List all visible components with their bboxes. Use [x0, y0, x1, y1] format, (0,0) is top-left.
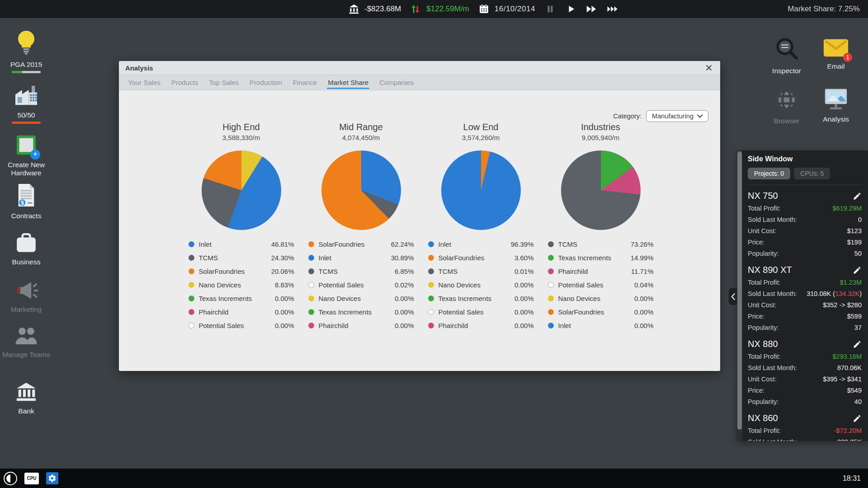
filter-button-cpus[interactable]: CPUs: 5: [794, 168, 830, 179]
fast-forward-button[interactable]: [586, 3, 598, 15]
category-dropdown[interactable]: Manufacturing: [646, 110, 708, 122]
stat-label: Total Profit:: [748, 203, 781, 214]
settings-gear-icon[interactable]: [46, 472, 58, 484]
legend-color-dot: [548, 323, 554, 328]
chart-title: Mid Range: [339, 122, 383, 132]
scrollbar-thumb[interactable]: [737, 151, 742, 430]
bank-building-icon: [15, 382, 38, 405]
legend-share-percent: 0.00%: [395, 322, 414, 329]
sidebar-item-business[interactable]: Business: [0, 233, 52, 266]
stat-label: Popularity:: [748, 248, 779, 259]
legend-company-name: Nano Devices: [319, 295, 395, 302]
legend-share-percent: 11.71%: [631, 267, 654, 275]
stat-value: 40: [854, 396, 862, 408]
desktop-icon-label: Browser: [774, 117, 800, 125]
stat-value: $199: [847, 237, 862, 248]
sidebar-item-label: Manage Teams: [2, 351, 50, 359]
side-window-scrollbar[interactable]: [737, 150, 742, 441]
legend-row: Texas Increments0.00%: [189, 291, 294, 305]
legend-color-dot: [428, 241, 434, 247]
sidebar-item-label: 50/50: [18, 111, 35, 120]
legend-row: SolarFoundries0.00%: [548, 305, 654, 319]
stat-label: Sold Last Month:: [748, 288, 797, 300]
stat-label: Total Profit:: [748, 425, 781, 436]
chart-title: Industries: [581, 122, 620, 132]
research-progress-bar: [12, 71, 41, 73]
legend-row: Texas Increments0.00%: [428, 291, 534, 305]
edit-pencil-icon[interactable]: [853, 192, 862, 201]
market-share-pie: [561, 150, 641, 230]
sidebar-item-bank[interactable]: Bank: [0, 382, 52, 415]
product-name: NX 750: [748, 191, 778, 201]
tab-production[interactable]: Production: [244, 75, 288, 90]
legend-row: Inlet96.39%: [428, 237, 534, 251]
legend-share-percent: 0.00%: [514, 308, 534, 316]
pause-button[interactable]: [544, 3, 556, 15]
edit-pencil-icon[interactable]: [853, 414, 862, 423]
side-window-collapse-handle[interactable]: [729, 288, 737, 305]
sidebar-item-contracts[interactable]: $ Contracts: [0, 183, 52, 220]
stat-value: $1.23M: [840, 277, 862, 288]
legend-company-name: Texas Increments: [558, 254, 631, 262]
legend-color-dot: [189, 268, 194, 274]
chart-legend: Inlet46.81%TCMS24.30%SolarFoundries20.06…: [189, 237, 294, 332]
stat-label: Price:: [748, 311, 764, 322]
product-card: NX 880 Total Profit:$293.16MSold Last Mo…: [748, 339, 862, 408]
stat-value: $549: [847, 385, 862, 396]
legend-row: SolarFoundries62.24%: [308, 237, 414, 251]
legend-share-percent: 20.06%: [271, 267, 294, 275]
legend-share-percent: 73.26%: [631, 240, 654, 248]
product-stat-row: Popularity:40: [748, 396, 862, 408]
start-menu-icon[interactable]: [4, 472, 17, 485]
tab-market-share[interactable]: Market Share: [322, 75, 374, 90]
stat-label: Popularity:: [748, 322, 779, 333]
legend-share-percent: 14.99%: [631, 254, 654, 262]
product-stat-row: Sold Last Month:0: [748, 214, 862, 225]
stat-value: 50: [854, 248, 862, 259]
sidebar-item-label: Contracts: [11, 212, 41, 221]
market-share-pie: [321, 150, 401, 230]
edit-pencil-icon[interactable]: [853, 340, 862, 349]
legend-color-dot: [428, 323, 434, 328]
filter-button-projects[interactable]: Projects: 0: [748, 168, 790, 179]
play-button[interactable]: [565, 3, 577, 15]
desktop-icon-inspector[interactable]: Inspector: [767, 36, 806, 75]
legend-color-dot: [548, 309, 554, 315]
desktop-icon-browser[interactable]: Browser: [767, 87, 806, 125]
sidebar-item-manage-teams[interactable]: Manage Teams: [0, 326, 52, 359]
legend-company-name: SolarFoundries: [439, 254, 514, 262]
legend-row: SolarFoundries20.06%: [189, 264, 294, 278]
stat-label: Popularity:: [748, 396, 779, 408]
legend-row: TCMS6.85%: [308, 264, 414, 278]
tab-finance[interactable]: Finance: [288, 75, 322, 90]
desktop-icon-analysis[interactable]: Analysis: [816, 87, 855, 123]
legend-company-name: Texas Increments: [439, 295, 514, 302]
top-status-bar: -$823.68M $122.59M/m 16/10/2014: [0, 0, 868, 18]
window-title-bar[interactable]: Analysis: [119, 61, 720, 75]
stat-label: Sold Last Month:: [748, 362, 797, 374]
sidebar-item-marketing[interactable]: Marketing: [0, 280, 52, 314]
legend-row: Phairchild0.00%: [428, 319, 534, 332]
sidebar-item-factory[interactable]: 50/50: [0, 85, 52, 124]
legend-color-dot: [308, 241, 314, 247]
taskbar-cpu-app[interactable]: CPU: [24, 473, 39, 484]
legend-row: Potential Sales0.04%: [548, 278, 654, 291]
legend-color-dot: [189, 323, 194, 328]
chart-volume: 3,588,330/m: [222, 134, 260, 141]
tab-companies[interactable]: Companies: [374, 75, 419, 90]
stat-value: 310.08K (134.32K): [807, 288, 862, 300]
legend-row: SolarFoundries3.60%: [428, 251, 534, 264]
sidebar-item-create-new-hardware[interactable]: + Create New Hardware: [0, 134, 52, 178]
product-stat-row: Unit Cost:$395 -> $341: [748, 374, 862, 385]
sidebar-item-label: Business: [12, 258, 41, 267]
legend-share-percent: 0.00%: [395, 295, 414, 302]
tab-your-sales[interactable]: Your Sales: [123, 75, 166, 90]
desktop-icon-email[interactable]: 1 Email: [816, 38, 855, 70]
close-icon[interactable]: [704, 63, 714, 73]
tab-products[interactable]: Products: [166, 75, 203, 90]
tab-top-sales[interactable]: Top Sales: [203, 75, 244, 90]
market-chart-column: Low End 3,574,260/m Inlet96.39%SolarFoun…: [421, 122, 541, 332]
fastest-forward-button[interactable]: [607, 3, 618, 15]
sidebar-item-pga-2015[interactable]: PGA 2015: [0, 30, 52, 73]
edit-pencil-icon[interactable]: [853, 266, 862, 275]
